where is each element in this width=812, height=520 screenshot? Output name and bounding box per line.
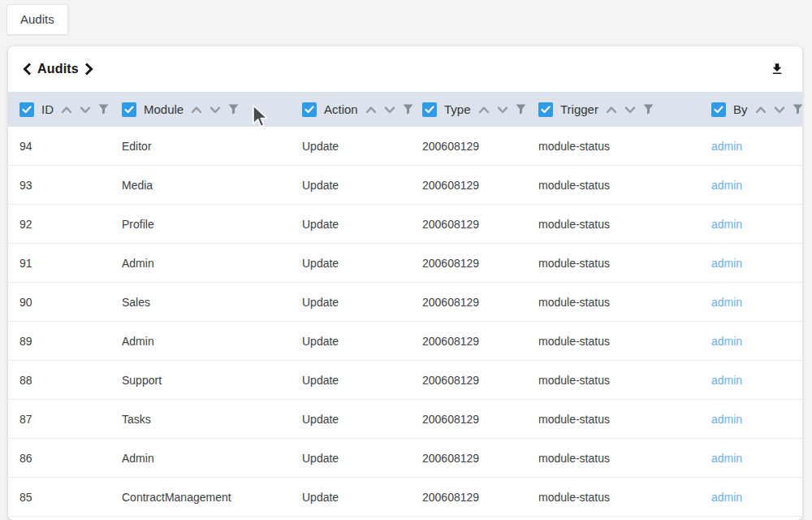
cell-type: 200608129 <box>411 257 527 270</box>
cell-type: 200608129 <box>411 179 527 192</box>
column-header-action: Action <box>291 92 411 127</box>
cell-module: Admin <box>110 335 291 348</box>
cell-module: Tasks <box>110 413 291 426</box>
table-row[interactable]: 92 Profile Update 200608129 module-statu… <box>8 205 802 244</box>
cell-action: Update <box>291 452 411 465</box>
cell-type: 200608129 <box>411 374 527 387</box>
column-checkbox[interactable] <box>711 102 726 117</box>
cell-action: Update <box>291 140 411 153</box>
cell-by: admin <box>700 374 802 387</box>
sort-descending-icon[interactable] <box>497 106 508 114</box>
cell-type: 200608129 <box>411 452 527 465</box>
table-row[interactable]: 87 Tasks Update 200608129 module-status … <box>8 400 802 439</box>
cell-type: 200608129 <box>411 140 527 153</box>
cell-trigger: module-status <box>527 374 700 387</box>
cell-by: admin <box>700 452 802 465</box>
by-link[interactable]: admin <box>711 257 742 270</box>
table-row[interactable]: 94 Editor Update 200608129 module-status… <box>8 127 802 166</box>
sort-ascending-icon[interactable] <box>755 106 767 114</box>
table-row[interactable]: 90 Sales Update 200608129 module-status … <box>8 283 802 322</box>
sort-descending-icon[interactable] <box>774 106 785 114</box>
chevron-left-icon[interactable] <box>23 63 32 76</box>
filter-icon[interactable] <box>228 104 239 115</box>
cell-trigger: module-status <box>527 296 700 309</box>
sort-ascending-icon[interactable] <box>365 106 377 114</box>
cell-trigger: module-status <box>527 413 700 426</box>
cell-trigger: module-status <box>527 257 700 270</box>
sort-ascending-icon[interactable] <box>191 106 202 114</box>
by-link[interactable]: admin <box>711 491 742 504</box>
filter-icon[interactable] <box>643 104 654 115</box>
cell-id: 94 <box>8 140 110 153</box>
sort-descending-icon[interactable] <box>384 106 395 114</box>
cell-module: Sales <box>110 296 291 309</box>
cell-by: admin <box>700 491 802 504</box>
by-link[interactable]: admin <box>711 218 742 231</box>
column-header-module: Module <box>110 92 291 127</box>
cell-type: 200608129 <box>411 491 527 504</box>
by-link[interactable]: admin <box>711 335 742 348</box>
cell-type: 200608129 <box>411 218 527 231</box>
cell-id: 89 <box>8 335 110 348</box>
sort-ascending-icon[interactable] <box>61 106 72 114</box>
filter-icon[interactable] <box>516 104 526 115</box>
cell-by: admin <box>700 218 802 231</box>
cell-module: ContractManagement <box>110 491 291 504</box>
sort-descending-icon[interactable] <box>624 106 636 114</box>
filter-icon[interactable] <box>793 104 802 115</box>
panel-toolbar: Audits <box>8 46 802 92</box>
table-row[interactable]: 88 Support Update 200608129 module-statu… <box>8 361 802 400</box>
cell-module: Media <box>110 179 291 192</box>
by-link[interactable]: admin <box>711 179 742 192</box>
cell-id: 91 <box>8 257 110 270</box>
cell-trigger: module-status <box>527 218 700 231</box>
tab-audits-label: Audits <box>20 12 54 26</box>
cell-action: Update <box>291 413 411 426</box>
by-link[interactable]: admin <box>711 413 742 426</box>
column-checkbox[interactable] <box>538 102 553 117</box>
cell-id: 90 <box>8 296 110 309</box>
sort-descending-icon[interactable] <box>80 106 91 114</box>
column-checkbox[interactable] <box>19 102 34 117</box>
cell-id: 93 <box>8 179 110 192</box>
table-row[interactable]: 91 Admin Update 200608129 module-status … <box>8 244 802 283</box>
column-checkbox[interactable] <box>302 102 317 117</box>
table-row[interactable]: 86 Admin Update 200608129 module-status … <box>8 439 802 478</box>
cell-action: Update <box>291 335 411 348</box>
sort-descending-icon[interactable] <box>209 106 221 114</box>
sort-ascending-icon[interactable] <box>606 106 617 114</box>
table-row[interactable]: 93 Media Update 200608129 module-status … <box>8 166 802 205</box>
column-checkbox[interactable] <box>422 102 437 117</box>
by-link[interactable]: admin <box>711 296 742 309</box>
column-checkbox[interactable] <box>122 102 136 117</box>
download-button[interactable] <box>768 60 786 78</box>
tab-audits[interactable]: Audits <box>6 4 68 35</box>
cell-action: Update <box>291 296 411 309</box>
chevron-right-icon[interactable] <box>84 63 93 76</box>
by-link[interactable]: admin <box>711 452 742 465</box>
cell-type: 200608129 <box>411 335 527 348</box>
cell-id: 85 <box>8 491 110 504</box>
cell-id: 86 <box>8 452 110 465</box>
cell-trigger: module-status <box>527 452 700 465</box>
download-icon <box>770 62 784 76</box>
cell-module: Editor <box>110 140 291 153</box>
audits-panel: Audits ID Module <box>8 46 802 520</box>
sort-ascending-icon[interactable] <box>478 106 490 114</box>
by-link[interactable]: admin <box>711 374 742 387</box>
column-label: Trigger <box>560 102 598 116</box>
cell-action: Update <box>291 374 411 387</box>
table-row[interactable]: 89 Admin Update 200608129 module-status … <box>8 322 802 361</box>
page-title: Audits <box>37 62 79 76</box>
column-header-by: By <box>700 92 802 127</box>
by-link[interactable]: admin <box>711 140 742 153</box>
cell-by: admin <box>700 179 802 192</box>
cell-trigger: module-status <box>527 491 700 504</box>
column-header-type: Type <box>411 92 527 127</box>
cell-type: 200608129 <box>411 296 527 309</box>
filter-icon[interactable] <box>98 104 109 115</box>
column-label: Module <box>144 102 184 116</box>
column-label: Action <box>324 102 358 116</box>
table-row[interactable]: 85 ContractManagement Update 200608129 m… <box>8 478 802 517</box>
cell-id: 88 <box>8 374 110 387</box>
